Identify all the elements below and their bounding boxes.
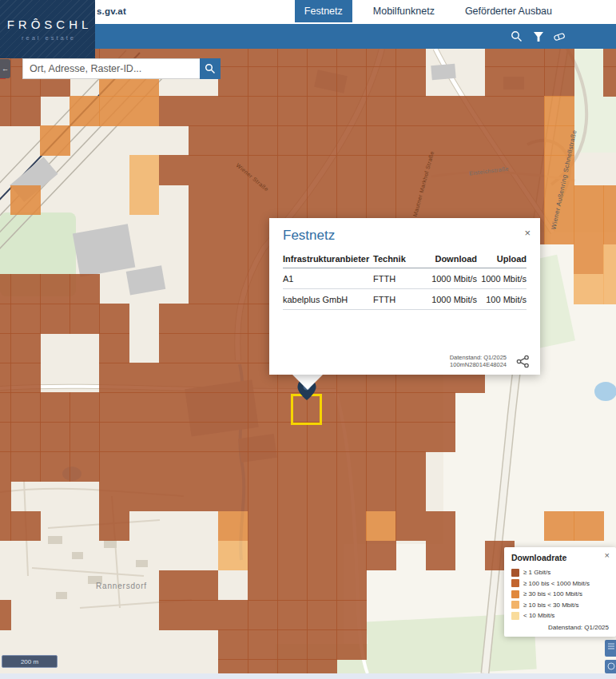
raster-cell[interactable]	[189, 125, 219, 156]
filter-icon[interactable]	[531, 30, 545, 43]
raster-cell[interactable]	[515, 185, 545, 216]
raster-cell[interactable]	[307, 570, 337, 601]
raster-cell[interactable]	[336, 629, 367, 660]
raster-cell[interactable]	[366, 125, 396, 156]
raster-cell[interactable]	[485, 185, 515, 216]
raster-cell[interactable]	[99, 363, 129, 393]
raster-cell[interactable]	[218, 511, 248, 542]
raster-cell[interactable]	[544, 66, 574, 97]
raster-cell[interactable]	[99, 304, 129, 334]
raster-cell[interactable]	[574, 274, 604, 304]
raster-cell[interactable]	[70, 451, 100, 482]
raster-cell[interactable]	[366, 511, 396, 542]
raster-cell[interactable]	[189, 333, 219, 363]
raster-cell[interactable]	[70, 304, 100, 334]
raster-cell[interactable]	[99, 451, 129, 482]
raster-cell[interactable]	[248, 155, 278, 185]
raster-cell[interactable]	[544, 96, 574, 126]
raster-cell[interactable]	[99, 422, 129, 452]
raster-cell[interactable]	[574, 185, 604, 216]
raster-cell[interactable]	[189, 392, 219, 423]
raster-cell[interactable]	[159, 392, 189, 423]
raster-cell[interactable]	[336, 422, 367, 452]
raster-cell[interactable]	[603, 66, 616, 97]
search-input[interactable]	[22, 58, 200, 79]
raster-cell[interactable]	[395, 96, 426, 126]
raster-cell[interactable]	[366, 482, 396, 512]
raster-cell[interactable]	[248, 392, 278, 423]
raster-cell[interactable]	[189, 422, 219, 452]
raster-cell[interactable]	[159, 482, 189, 512]
raster-cell[interactable]	[218, 185, 248, 216]
raster-cell[interactable]	[515, 96, 545, 126]
raster-cell[interactable]	[426, 125, 456, 156]
raster-cell[interactable]	[485, 96, 515, 126]
raster-cell[interactable]	[189, 363, 219, 393]
raster-cell[interactable]	[366, 96, 396, 126]
raster-cell[interactable]	[544, 511, 574, 542]
raster-cell[interactable]	[40, 392, 70, 423]
raster-cell[interactable]	[426, 185, 456, 216]
raster-cell[interactable]	[307, 541, 337, 571]
raster-cell[interactable]	[189, 244, 219, 275]
raster-cell[interactable]	[189, 155, 219, 185]
raster-cell[interactable]	[395, 511, 426, 542]
raster-cell[interactable]	[366, 66, 396, 97]
raster-cell[interactable]	[0, 511, 11, 542]
raster-cell[interactable]	[336, 155, 367, 185]
raster-cell[interactable]	[40, 451, 70, 482]
raster-cell[interactable]	[248, 600, 278, 630]
raster-cell[interactable]	[366, 451, 396, 482]
raster-cell[interactable]	[544, 125, 574, 156]
raster-cell[interactable]	[336, 392, 367, 423]
raster-cell[interactable]	[574, 244, 604, 275]
raster-cell[interactable]	[277, 155, 308, 185]
raster-cell[interactable]	[129, 482, 160, 512]
raster-cell[interactable]	[277, 66, 308, 97]
raster-cell[interactable]	[218, 155, 248, 185]
raster-cell[interactable]	[218, 274, 248, 304]
raster-cell[interactable]	[603, 274, 616, 304]
logo-badge[interactable]	[605, 660, 616, 673]
raster-cell[interactable]	[218, 96, 248, 126]
raster-cell[interactable]	[218, 482, 248, 512]
search-button[interactable]	[200, 58, 221, 79]
raster-cell[interactable]	[159, 600, 189, 630]
raster-cell[interactable]	[395, 125, 426, 156]
raster-cell[interactable]	[426, 96, 456, 126]
raster-cell[interactable]	[426, 511, 456, 542]
raster-cell[interactable]	[0, 392, 11, 423]
raster-cell[interactable]	[603, 49, 616, 67]
raster-cell[interactable]	[455, 96, 486, 126]
raster-cell[interactable]	[218, 363, 248, 393]
raster-cell[interactable]	[336, 185, 367, 216]
raster-cell[interactable]	[189, 185, 219, 216]
raster-cell[interactable]	[544, 215, 574, 245]
raster-cell[interactable]	[395, 392, 426, 423]
raster-cell[interactable]	[395, 49, 426, 67]
raster-cell[interactable]	[129, 363, 160, 393]
raster-cell[interactable]	[574, 215, 604, 245]
raster-cell[interactable]	[366, 392, 396, 423]
raster-cell[interactable]	[248, 49, 278, 67]
raster-cell[interactable]	[0, 274, 11, 304]
raster-cell[interactable]	[159, 422, 189, 452]
raster-cell[interactable]	[189, 96, 219, 126]
raster-cell[interactable]	[189, 570, 219, 601]
tab-mobilfunknetz[interactable]: Mobilfunknetz	[364, 0, 444, 22]
raster-cell[interactable]	[336, 66, 367, 97]
raster-cell[interactable]	[99, 482, 129, 512]
search-icon[interactable]	[510, 30, 523, 43]
raster-cell[interactable]	[0, 96, 11, 126]
raster-cell[interactable]	[277, 96, 308, 126]
raster-cell[interactable]	[218, 215, 248, 245]
raster-cell[interactable]	[40, 274, 70, 304]
raster-cell[interactable]	[70, 274, 100, 304]
raster-cell[interactable]	[218, 125, 248, 156]
raster-cell[interactable]	[277, 511, 308, 542]
raster-cell[interactable]	[218, 333, 248, 363]
raster-cell[interactable]	[159, 570, 189, 601]
raster-cell[interactable]	[277, 49, 308, 67]
raster-cell[interactable]	[395, 155, 426, 185]
raster-cell[interactable]	[485, 125, 515, 156]
